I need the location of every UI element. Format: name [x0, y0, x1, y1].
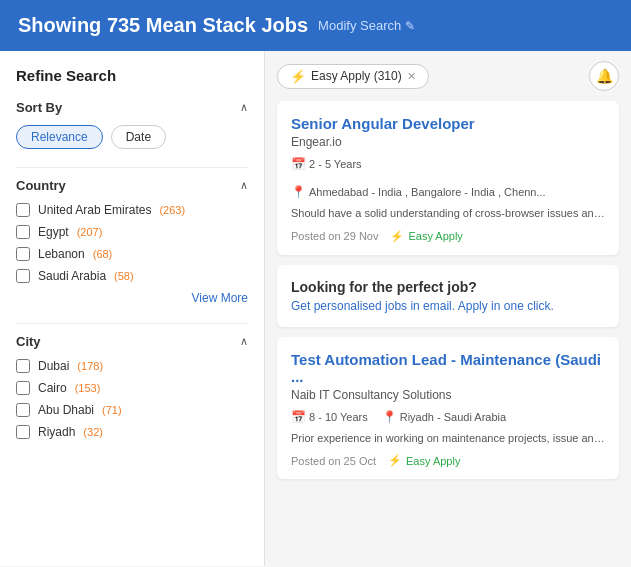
job-title-2[interactable]: Test Automation Lead - Maintenance (Saud… [291, 351, 605, 385]
country-name-uae: United Arab Emirates [38, 203, 151, 217]
divider-1 [16, 167, 248, 168]
country-checkbox-uae[interactable] [16, 203, 30, 217]
sidebar-title: Refine Search [16, 67, 248, 84]
location-meta-1: 📍 Ahmedabad - India , Bangalore - India … [291, 185, 546, 199]
bell-icon: 🔔 [596, 68, 613, 84]
promo-desc: Get personalised jobs in email. Apply in… [291, 299, 605, 313]
location-icon-1: 📍 [291, 185, 306, 199]
location-value-2: Riyadh - Saudi Arabia [400, 411, 506, 423]
country-count-lebanon: (68) [93, 248, 113, 260]
city-name-abudhabi: Abu Dhabi [38, 403, 94, 417]
job-card-1: Senior Angular Developer Engear.io 📅 2 -… [277, 101, 619, 255]
posted-date-1: Posted on 29 Nov [291, 230, 378, 242]
city-checkbox-riyadh[interactable] [16, 425, 30, 439]
location-icon-2: 📍 [382, 410, 397, 424]
city-item-riyadh[interactable]: Riyadh (32) [16, 425, 248, 439]
easy-apply-filter-chip[interactable]: ⚡ Easy Apply (310) ✕ [277, 64, 429, 89]
city-name-dubai: Dubai [38, 359, 69, 373]
main-layout: Refine Search Sort By ∧ Relevance Date C… [0, 51, 631, 566]
sort-relevance-button[interactable]: Relevance [16, 125, 103, 149]
country-checkbox-saudi[interactable] [16, 269, 30, 283]
city-checkbox-cairo[interactable] [16, 381, 30, 395]
right-panel: ⚡ Easy Apply (310) ✕ 🔔 Senior Angular De… [265, 51, 631, 566]
lightning-icon-1: ⚡ [390, 230, 404, 243]
calendar-icon-2: 📅 [291, 410, 306, 424]
job-footer-2: Posted on 25 Oct ⚡ Easy Apply [291, 454, 605, 467]
city-count-riyadh: (32) [83, 426, 103, 438]
job-title-1[interactable]: Senior Angular Developer [291, 115, 605, 132]
city-name-riyadh: Riyadh [38, 425, 75, 439]
sort-by-chevron: ∧ [240, 101, 248, 114]
job-meta-1: 📅 2 - 5 Years 📍 Ahmedabad - India , Bang… [291, 157, 605, 199]
city-label: City [16, 334, 41, 349]
page-title: Showing 735 Mean Stack Jobs [18, 14, 308, 37]
country-item-egypt[interactable]: Egypt (207) [16, 225, 248, 239]
header: Showing 735 Mean Stack Jobs Modify Searc… [0, 0, 631, 51]
country-item-lebanon[interactable]: Lebanon (68) [16, 247, 248, 261]
notification-button[interactable]: 🔔 [589, 61, 619, 91]
job-desc-2: Prior experience in working on maintenan… [291, 430, 605, 447]
city-header: City ∧ [16, 334, 248, 349]
country-section: Country ∧ United Arab Emirates (263) Egy… [16, 178, 248, 305]
sort-by-section: Sort By ∧ Relevance Date [16, 100, 248, 149]
country-list: United Arab Emirates (263) Egypt (207) L… [16, 203, 248, 283]
city-item-dubai[interactable]: Dubai (178) [16, 359, 248, 373]
location-meta-2: 📍 Riyadh - Saudi Arabia [382, 410, 506, 424]
city-section: City ∧ Dubai (178) Cairo (153) Abu Dhabi [16, 334, 248, 439]
filter-bar: ⚡ Easy Apply (310) ✕ 🔔 [277, 61, 619, 91]
experience-meta-2: 📅 8 - 10 Years [291, 410, 368, 424]
job-card-2: Test Automation Lead - Maintenance (Saud… [277, 337, 619, 480]
easy-apply-filter-label: Easy Apply (310) [311, 69, 402, 83]
lightning-icon-filter: ⚡ [290, 69, 306, 84]
city-count-abudhabi: (71) [102, 404, 122, 416]
city-name-cairo: Cairo [38, 381, 67, 395]
sort-date-button[interactable]: Date [111, 125, 166, 149]
country-checkbox-lebanon[interactable] [16, 247, 30, 261]
country-label: Country [16, 178, 66, 193]
sort-buttons: Relevance Date [16, 125, 248, 149]
country-chevron: ∧ [240, 179, 248, 192]
modify-search-button[interactable]: Modify Search ✎ [318, 18, 415, 33]
company-name-1[interactable]: Engear.io [291, 135, 605, 149]
sort-by-label: Sort By [16, 100, 62, 115]
experience-value-1: 2 - 5 Years [309, 158, 362, 170]
city-item-cairo[interactable]: Cairo (153) [16, 381, 248, 395]
country-item-uae[interactable]: United Arab Emirates (263) [16, 203, 248, 217]
country-count-uae: (263) [159, 204, 185, 216]
city-item-abudhabi[interactable]: Abu Dhabi (71) [16, 403, 248, 417]
promo-title: Looking for the perfect job? [291, 279, 605, 295]
job-desc-1: Should have a solid understanding of cro… [291, 205, 605, 222]
experience-meta-1: 📅 2 - 5 Years [291, 157, 362, 171]
lightning-icon-2: ⚡ [388, 454, 402, 467]
sidebar: Refine Search Sort By ∧ Relevance Date C… [0, 51, 265, 566]
country-view-more[interactable]: View More [16, 291, 248, 305]
country-item-saudi[interactable]: Saudi Arabia (58) [16, 269, 248, 283]
country-name-egypt: Egypt [38, 225, 69, 239]
city-checkbox-dubai[interactable] [16, 359, 30, 373]
experience-value-2: 8 - 10 Years [309, 411, 368, 423]
country-count-egypt: (207) [77, 226, 103, 238]
city-checkbox-abudhabi[interactable] [16, 403, 30, 417]
modify-search-label: Modify Search [318, 18, 401, 33]
job-footer-1: Posted on 29 Nov ⚡ Easy Apply [291, 230, 605, 243]
close-icon-filter: ✕ [407, 70, 416, 83]
city-list: Dubai (178) Cairo (153) Abu Dhabi (71) R… [16, 359, 248, 439]
calendar-icon-1: 📅 [291, 157, 306, 171]
city-count-cairo: (153) [75, 382, 101, 394]
country-checkbox-egypt[interactable] [16, 225, 30, 239]
sort-by-header: Sort By ∧ [16, 100, 248, 115]
divider-2 [16, 323, 248, 324]
job-meta-2: 📅 8 - 10 Years 📍 Riyadh - Saudi Arabia [291, 410, 605, 424]
promo-card: Looking for the perfect job? Get persona… [277, 265, 619, 327]
city-chevron: ∧ [240, 335, 248, 348]
country-name-saudi: Saudi Arabia [38, 269, 106, 283]
easy-apply-label-2: Easy Apply [406, 455, 460, 467]
posted-date-2: Posted on 25 Oct [291, 455, 376, 467]
country-header: Country ∧ [16, 178, 248, 193]
easy-apply-label-1: Easy Apply [408, 230, 462, 242]
company-name-2[interactable]: Naib IT Consultancy Solutions [291, 388, 605, 402]
city-count-dubai: (178) [77, 360, 103, 372]
easy-apply-badge-2[interactable]: ⚡ Easy Apply [388, 454, 460, 467]
easy-apply-badge-1[interactable]: ⚡ Easy Apply [390, 230, 462, 243]
country-name-lebanon: Lebanon [38, 247, 85, 261]
